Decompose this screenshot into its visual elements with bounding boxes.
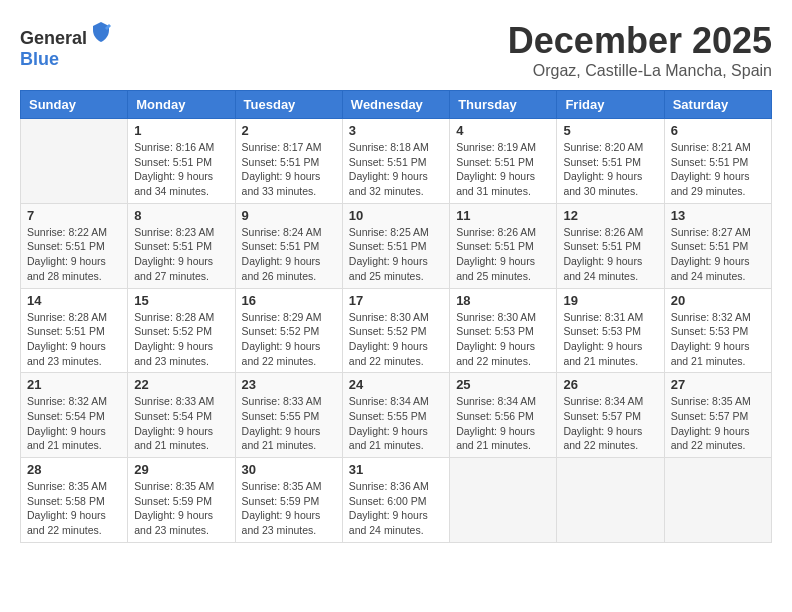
day-info: Sunrise: 8:28 AM Sunset: 5:51 PM Dayligh… [27,310,121,369]
calendar-cell: 20Sunrise: 8:32 AM Sunset: 5:53 PM Dayli… [664,288,771,373]
day-number: 23 [242,377,336,392]
day-number: 18 [456,293,550,308]
calendar-cell [664,458,771,543]
calendar-cell: 11Sunrise: 8:26 AM Sunset: 5:51 PM Dayli… [450,203,557,288]
calendar-cell: 22Sunrise: 8:33 AM Sunset: 5:54 PM Dayli… [128,373,235,458]
day-info: Sunrise: 8:28 AM Sunset: 5:52 PM Dayligh… [134,310,228,369]
day-info: Sunrise: 8:35 AM Sunset: 5:57 PM Dayligh… [671,394,765,453]
day-number: 31 [349,462,443,477]
day-info: Sunrise: 8:36 AM Sunset: 6:00 PM Dayligh… [349,479,443,538]
day-info: Sunrise: 8:31 AM Sunset: 5:53 PM Dayligh… [563,310,657,369]
day-info: Sunrise: 8:34 AM Sunset: 5:55 PM Dayligh… [349,394,443,453]
day-number: 16 [242,293,336,308]
day-info: Sunrise: 8:32 AM Sunset: 5:53 PM Dayligh… [671,310,765,369]
header-sunday: Sunday [21,91,128,119]
calendar-cell: 2Sunrise: 8:17 AM Sunset: 5:51 PM Daylig… [235,119,342,204]
calendar-cell: 13Sunrise: 8:27 AM Sunset: 5:51 PM Dayli… [664,203,771,288]
calendar-cell [450,458,557,543]
page-header: General Blue December 2025 Orgaz, Castil… [20,20,772,80]
calendar-cell: 10Sunrise: 8:25 AM Sunset: 5:51 PM Dayli… [342,203,449,288]
header-tuesday: Tuesday [235,91,342,119]
calendar-cell: 12Sunrise: 8:26 AM Sunset: 5:51 PM Dayli… [557,203,664,288]
title-area: December 2025 Orgaz, Castille-La Mancha,… [508,20,772,80]
day-info: Sunrise: 8:17 AM Sunset: 5:51 PM Dayligh… [242,140,336,199]
calendar-cell: 8Sunrise: 8:23 AM Sunset: 5:51 PM Daylig… [128,203,235,288]
day-info: Sunrise: 8:35 AM Sunset: 5:59 PM Dayligh… [134,479,228,538]
day-number: 1 [134,123,228,138]
header-friday: Friday [557,91,664,119]
day-info: Sunrise: 8:22 AM Sunset: 5:51 PM Dayligh… [27,225,121,284]
calendar-cell: 9Sunrise: 8:24 AM Sunset: 5:51 PM Daylig… [235,203,342,288]
day-number: 17 [349,293,443,308]
calendar-cell: 3Sunrise: 8:18 AM Sunset: 5:51 PM Daylig… [342,119,449,204]
calendar-cell: 14Sunrise: 8:28 AM Sunset: 5:51 PM Dayli… [21,288,128,373]
day-info: Sunrise: 8:20 AM Sunset: 5:51 PM Dayligh… [563,140,657,199]
calendar-cell: 16Sunrise: 8:29 AM Sunset: 5:52 PM Dayli… [235,288,342,373]
day-number: 4 [456,123,550,138]
header-thursday: Thursday [450,91,557,119]
day-info: Sunrise: 8:34 AM Sunset: 5:56 PM Dayligh… [456,394,550,453]
day-number: 24 [349,377,443,392]
day-info: Sunrise: 8:27 AM Sunset: 5:51 PM Dayligh… [671,225,765,284]
calendar-cell: 6Sunrise: 8:21 AM Sunset: 5:51 PM Daylig… [664,119,771,204]
day-number: 11 [456,208,550,223]
month-title: December 2025 [508,20,772,62]
calendar-cell: 1Sunrise: 8:16 AM Sunset: 5:51 PM Daylig… [128,119,235,204]
day-number: 6 [671,123,765,138]
day-number: 3 [349,123,443,138]
header-monday: Monday [128,91,235,119]
day-number: 25 [456,377,550,392]
day-number: 29 [134,462,228,477]
calendar-cell: 21Sunrise: 8:32 AM Sunset: 5:54 PM Dayli… [21,373,128,458]
day-info: Sunrise: 8:26 AM Sunset: 5:51 PM Dayligh… [563,225,657,284]
day-number: 26 [563,377,657,392]
calendar-cell: 18Sunrise: 8:30 AM Sunset: 5:53 PM Dayli… [450,288,557,373]
day-number: 8 [134,208,228,223]
header-wednesday: Wednesday [342,91,449,119]
calendar-week-row: 14Sunrise: 8:28 AM Sunset: 5:51 PM Dayli… [21,288,772,373]
day-number: 22 [134,377,228,392]
day-info: Sunrise: 8:18 AM Sunset: 5:51 PM Dayligh… [349,140,443,199]
day-number: 10 [349,208,443,223]
calendar-cell [557,458,664,543]
logo-icon [89,20,113,44]
logo: General Blue [20,20,113,70]
calendar-week-row: 28Sunrise: 8:35 AM Sunset: 5:58 PM Dayli… [21,458,772,543]
day-info: Sunrise: 8:16 AM Sunset: 5:51 PM Dayligh… [134,140,228,199]
calendar-cell: 17Sunrise: 8:30 AM Sunset: 5:52 PM Dayli… [342,288,449,373]
calendar-table: Sunday Monday Tuesday Wednesday Thursday… [20,90,772,543]
calendar-week-row: 21Sunrise: 8:32 AM Sunset: 5:54 PM Dayli… [21,373,772,458]
day-info: Sunrise: 8:21 AM Sunset: 5:51 PM Dayligh… [671,140,765,199]
calendar-cell: 24Sunrise: 8:34 AM Sunset: 5:55 PM Dayli… [342,373,449,458]
day-number: 27 [671,377,765,392]
day-info: Sunrise: 8:34 AM Sunset: 5:57 PM Dayligh… [563,394,657,453]
day-info: Sunrise: 8:25 AM Sunset: 5:51 PM Dayligh… [349,225,443,284]
calendar-cell: 26Sunrise: 8:34 AM Sunset: 5:57 PM Dayli… [557,373,664,458]
calendar-cell: 25Sunrise: 8:34 AM Sunset: 5:56 PM Dayli… [450,373,557,458]
calendar-cell: 7Sunrise: 8:22 AM Sunset: 5:51 PM Daylig… [21,203,128,288]
day-info: Sunrise: 8:35 AM Sunset: 5:59 PM Dayligh… [242,479,336,538]
header-saturday: Saturday [664,91,771,119]
day-info: Sunrise: 8:30 AM Sunset: 5:52 PM Dayligh… [349,310,443,369]
calendar-cell: 27Sunrise: 8:35 AM Sunset: 5:57 PM Dayli… [664,373,771,458]
day-number: 5 [563,123,657,138]
calendar-cell: 31Sunrise: 8:36 AM Sunset: 6:00 PM Dayli… [342,458,449,543]
calendar-week-row: 1Sunrise: 8:16 AM Sunset: 5:51 PM Daylig… [21,119,772,204]
day-number: 2 [242,123,336,138]
calendar-cell: 5Sunrise: 8:20 AM Sunset: 5:51 PM Daylig… [557,119,664,204]
day-number: 28 [27,462,121,477]
day-info: Sunrise: 8:26 AM Sunset: 5:51 PM Dayligh… [456,225,550,284]
day-info: Sunrise: 8:29 AM Sunset: 5:52 PM Dayligh… [242,310,336,369]
day-number: 13 [671,208,765,223]
calendar-cell: 15Sunrise: 8:28 AM Sunset: 5:52 PM Dayli… [128,288,235,373]
day-number: 19 [563,293,657,308]
location-title: Orgaz, Castille-La Mancha, Spain [508,62,772,80]
day-number: 12 [563,208,657,223]
day-info: Sunrise: 8:32 AM Sunset: 5:54 PM Dayligh… [27,394,121,453]
calendar-cell [21,119,128,204]
day-number: 15 [134,293,228,308]
day-number: 9 [242,208,336,223]
day-number: 14 [27,293,121,308]
day-info: Sunrise: 8:19 AM Sunset: 5:51 PM Dayligh… [456,140,550,199]
calendar-header-row: Sunday Monday Tuesday Wednesday Thursday… [21,91,772,119]
